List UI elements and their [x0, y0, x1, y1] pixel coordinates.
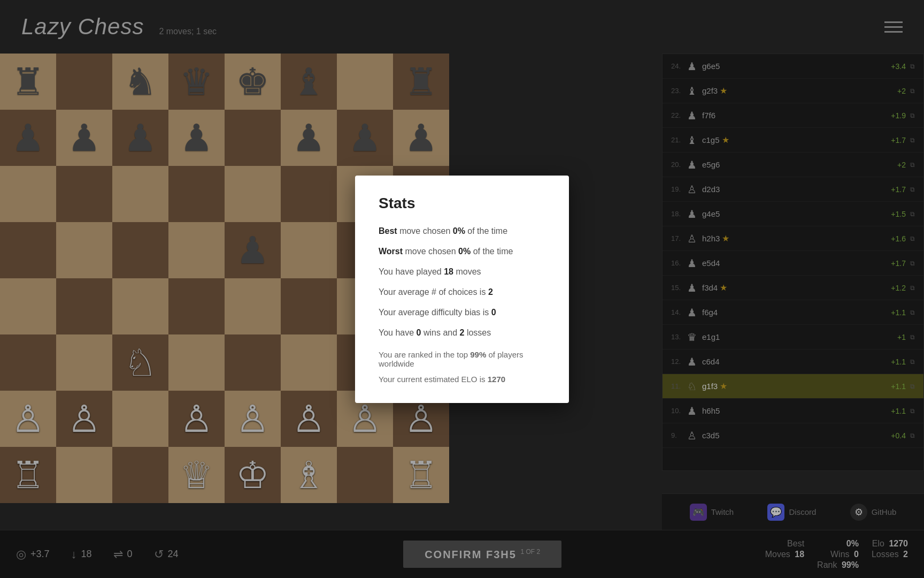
best-move-stat: Best move chosen 0% of the time	[379, 225, 545, 238]
avg-bias-stat: Your average difficulty bias is 0	[379, 306, 545, 319]
stats-title: Stats	[379, 195, 545, 212]
elo-val: 1270	[488, 375, 505, 384]
worst-pct: 0%	[458, 247, 471, 256]
stats-modal: Stats Best move chosen 0% of the time Wo…	[355, 176, 569, 403]
wins-val: 0	[417, 328, 421, 337]
elo-stat: Your current estimated ELO is 1270	[379, 375, 545, 384]
avg-choices-val: 2	[488, 287, 493, 296]
rank-stat: You are ranked in the top 99% of players…	[379, 350, 545, 368]
moves-played-stat: You have played 18 moves	[379, 265, 545, 278]
avg-bias-val: 0	[491, 308, 496, 317]
moves-played-val: 18	[444, 267, 453, 276]
avg-choices-stat: Your average # of choices is 2	[379, 286, 545, 299]
modal-overlay[interactable]: Stats Best move chosen 0% of the time Wo…	[0, 0, 924, 578]
worst-move-stat: Worst move chosen 0% of the time	[379, 245, 545, 258]
rank-pct-val: 99%	[470, 350, 486, 359]
wins-losses-stat: You have 0 wins and 2 losses	[379, 326, 545, 339]
best-pct: 0%	[453, 226, 465, 235]
worst-move-label: Worst	[379, 247, 403, 256]
best-move-label: Best	[379, 226, 397, 235]
losses-val: 2	[460, 328, 465, 337]
